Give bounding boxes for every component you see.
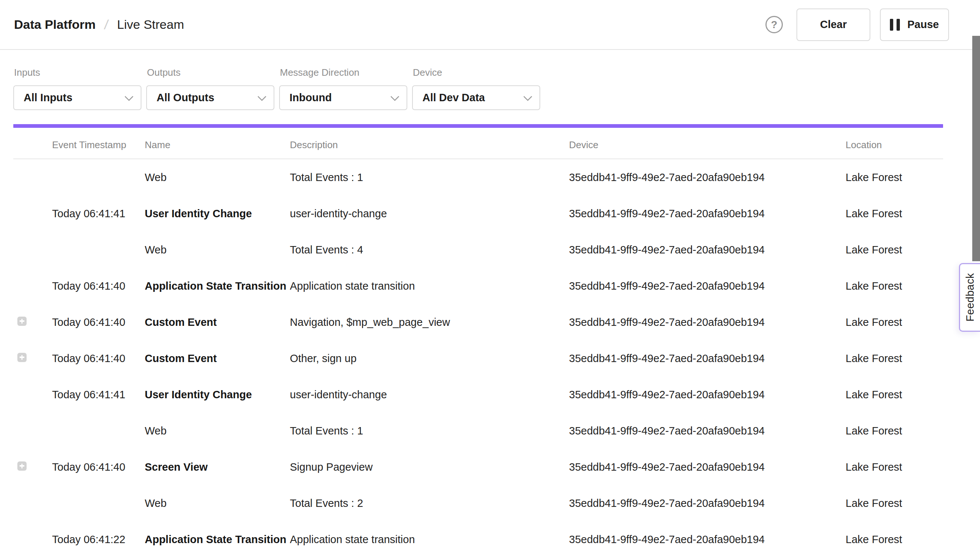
table-row[interactable]: Today 06:41:40 Screen View Signup Pagevi… xyxy=(13,449,943,485)
cell-location: Lake Forest xyxy=(846,171,943,184)
table-row[interactable]: Today 06:41:41 User Identity Change user… xyxy=(13,377,943,413)
cell-name: Web xyxy=(145,244,290,256)
cell-name: Web xyxy=(145,425,290,437)
expand-cell xyxy=(13,461,52,473)
event-table-header: Event Timestamp Name Description Device … xyxy=(13,128,943,159)
table-row[interactable]: Web Total Events : 1 35eddb41-9ff9-49e2-… xyxy=(13,159,943,195)
cell-device: 35eddb41-9ff9-49e2-7aed-20afa90eb194 xyxy=(569,353,846,365)
cell-name: User Identity Change xyxy=(145,389,290,401)
cell-name: Screen View xyxy=(145,461,290,473)
help-icon[interactable]: ? xyxy=(765,16,783,33)
cell-event-timestamp: Today 06:41:40 xyxy=(52,280,145,292)
expand-cell xyxy=(13,425,52,437)
cell-description: Total Events : 2 xyxy=(290,497,569,509)
cell-device: 35eddb41-9ff9-49e2-7aed-20afa90eb194 xyxy=(569,533,846,546)
device-filter-value: All Dev Data xyxy=(422,92,485,104)
cell-device: 35eddb41-9ff9-49e2-7aed-20afa90eb194 xyxy=(569,461,846,473)
table-row[interactable]: Web Total Events : 2 35eddb41-9ff9-49e2-… xyxy=(13,485,943,521)
table-row[interactable]: Today 06:41:22 Application State Transit… xyxy=(13,521,943,549)
device-filter-select[interactable]: All Dev Data xyxy=(412,85,540,110)
cell-event-timestamp: Today 06:41:41 xyxy=(52,207,145,220)
cell-description: Total Events : 1 xyxy=(290,171,569,184)
inputs-filter-value: All Inputs xyxy=(24,92,72,104)
cell-device: 35eddb41-9ff9-49e2-7aed-20afa90eb194 xyxy=(569,316,846,329)
event-table: Event Timestamp Name Description Device … xyxy=(13,128,943,549)
cell-location: Lake Forest xyxy=(846,389,943,401)
cell-device: 35eddb41-9ff9-49e2-7aed-20afa90eb194 xyxy=(569,497,846,509)
live-stream-progress-bar xyxy=(13,124,943,128)
cell-device: 35eddb41-9ff9-49e2-7aed-20afa90eb194 xyxy=(569,280,846,292)
event-table-body: Web Total Events : 1 35eddb41-9ff9-49e2-… xyxy=(13,159,943,549)
outputs-filter-value: All Outputs xyxy=(157,92,214,104)
pause-button[interactable]: Pause xyxy=(880,8,949,41)
expand-cell xyxy=(13,353,52,365)
cell-event-timestamp: Today 06:41:40 xyxy=(52,353,145,365)
cell-name: Custom Event xyxy=(145,316,290,329)
cell-location: Lake Forest xyxy=(846,533,943,546)
filter-group-inputs: Inputs All Inputs xyxy=(13,67,142,110)
table-row[interactable]: Today 06:41:40 Custom Event Other, sign … xyxy=(13,340,943,377)
filter-group-message-direction: Message Direction Inbound xyxy=(279,67,407,110)
outputs-filter-label: Outputs xyxy=(146,67,274,78)
table-row[interactable]: Web Total Events : 1 35eddb41-9ff9-49e2-… xyxy=(13,413,943,449)
column-header-device: Device xyxy=(569,139,846,151)
expand-plus-icon[interactable] xyxy=(18,317,27,326)
clear-button-label: Clear xyxy=(820,19,847,31)
cell-description: Other, sign up xyxy=(290,353,569,365)
column-header-name: Name xyxy=(145,139,290,151)
cell-name: Application State Transition xyxy=(145,533,290,546)
cell-name: Web xyxy=(145,497,290,509)
cell-name: Custom Event xyxy=(145,353,290,365)
cell-description: user-identity-change xyxy=(290,389,569,401)
table-row[interactable]: Web Total Events : 4 35eddb41-9ff9-49e2-… xyxy=(13,231,943,268)
breadcrumb-live-stream: Live Stream xyxy=(117,18,184,32)
cell-event-timestamp: Today 06:41:40 xyxy=(52,316,145,329)
cell-device: 35eddb41-9ff9-49e2-7aed-20afa90eb194 xyxy=(569,207,846,220)
filter-group-device: Device All Dev Data xyxy=(412,67,540,110)
inputs-filter-select[interactable]: All Inputs xyxy=(13,85,142,110)
breadcrumb: Data Platform / Live Stream xyxy=(14,17,184,32)
feedback-tab-label: Feedback xyxy=(964,273,976,321)
cell-location: Lake Forest xyxy=(846,207,943,220)
filter-bar: Inputs All Inputs Outputs All Outputs Me… xyxy=(0,50,980,110)
expand-cell xyxy=(13,171,52,184)
expand-cell xyxy=(13,497,52,509)
clear-button[interactable]: Clear xyxy=(797,8,870,41)
cell-name: User Identity Change xyxy=(145,207,290,220)
filter-group-outputs: Outputs All Outputs xyxy=(146,67,274,110)
cell-device: 35eddb41-9ff9-49e2-7aed-20afa90eb194 xyxy=(569,244,846,256)
table-row[interactable]: Today 06:41:40 Custom Event Navigation, … xyxy=(13,304,943,340)
expand-cell xyxy=(13,280,52,292)
cell-location: Lake Forest xyxy=(846,316,943,329)
expand-plus-icon[interactable] xyxy=(18,353,27,362)
expand-cell xyxy=(13,533,52,546)
expand-cell xyxy=(13,389,52,401)
expand-plus-icon[interactable] xyxy=(18,461,27,471)
column-header-location: Location xyxy=(846,139,943,151)
chevron-down-icon xyxy=(390,93,399,101)
cell-device: 35eddb41-9ff9-49e2-7aed-20afa90eb194 xyxy=(569,171,846,184)
vertical-scrollbar[interactable] xyxy=(972,36,980,261)
cell-device: 35eddb41-9ff9-49e2-7aed-20afa90eb194 xyxy=(569,425,846,437)
expand-cell xyxy=(13,244,52,256)
cell-location: Lake Forest xyxy=(846,497,943,509)
cell-description: Signup Pageview xyxy=(290,461,569,473)
chevron-down-icon xyxy=(258,93,266,101)
message-direction-filter-label: Message Direction xyxy=(279,67,407,78)
cell-name: Application State Transition xyxy=(145,280,290,292)
outputs-filter-select[interactable]: All Outputs xyxy=(146,85,274,110)
expand-cell xyxy=(13,207,52,220)
cell-description: Application state transition xyxy=(290,280,569,292)
cell-description: Total Events : 1 xyxy=(290,425,569,437)
feedback-tab[interactable]: Feedback xyxy=(959,263,980,332)
pause-icon xyxy=(890,19,900,31)
breadcrumb-data-platform[interactable]: Data Platform xyxy=(14,18,95,32)
pause-button-label: Pause xyxy=(907,19,939,31)
cell-location: Lake Forest xyxy=(846,244,943,256)
table-row[interactable]: Today 06:41:40 Application State Transit… xyxy=(13,268,943,304)
cell-description: user-identity-change xyxy=(290,207,569,220)
table-row[interactable]: Today 06:41:41 User Identity Change user… xyxy=(13,195,943,231)
cell-name: Web xyxy=(145,171,290,184)
cell-description: Navigation, $mp_web_page_view xyxy=(290,316,569,329)
message-direction-filter-select[interactable]: Inbound xyxy=(279,85,407,110)
